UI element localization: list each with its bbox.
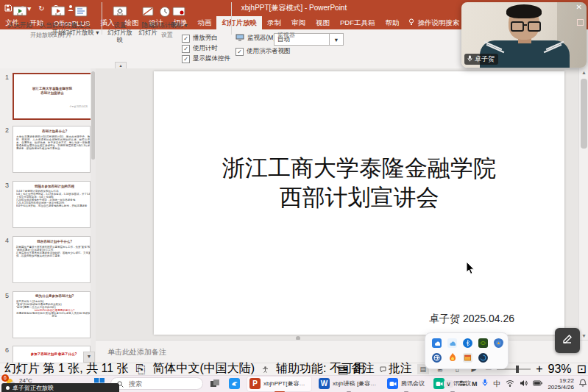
microphone-icon[interactable] [482,379,488,388]
scrollbar-thumb[interactable] [581,79,587,149]
slide-count-text: 幻灯片 第 1 张, 共 11 张 [4,361,129,377]
nvidia-settings-icon[interactable] [478,338,488,348]
slide-thumbnail-2[interactable]: 西部计划是什么? 大学生志愿服务西部计划(简称西部计划)，是由共青团中央、教育部… [13,126,91,173]
taskbar-word[interactable]: W xbjh讲稿 [兼容模式] [316,377,380,391]
editing-canvas: 浙江工商大学泰隆金融学院 西部计划宣讲会 卓子贺 2025.04.26 [96,68,578,340]
task-view-button[interactable] [208,377,222,391]
checkbox-presenter-view[interactable]: ✓使用演示者视图 [235,47,291,56]
tab-view[interactable]: 视图 [311,16,335,29]
tencent-meeting-icon [387,378,398,389]
mic-icon [467,55,472,63]
flame-icon[interactable] [447,353,457,363]
tell-me-search[interactable]: 操作说明搜索 [404,16,464,29]
thumbnail-scrollbar[interactable] [91,68,96,363]
tray-app-blue-icon[interactable] [432,338,442,348]
slide-number: 3 [5,182,9,189]
tab-review[interactable]: 审阅 [286,16,311,29]
tray-window-orange-icon[interactable] [463,353,472,363]
checkbox-icon: ✓ [182,55,190,63]
annotate-pen-button[interactable] [555,328,580,353]
battery-icon[interactable] [533,380,542,388]
tab-pdf-tools[interactable]: PDF工具箱 [335,16,380,29]
date-text: 2025/4/26 [548,384,574,391]
bird-app-button[interactable] [227,377,242,391]
checkbox-show-media-controls[interactable]: ✓显示媒体控件 [182,54,230,63]
taskbar-powerpoint[interactable]: P xbjhPPT[兼容模式] [247,376,312,392]
notes-pane[interactable]: 单击此处添加备注 [96,340,588,363]
zoom-slider-knob[interactable] [516,366,519,373]
fit-to-window-icon[interactable]: ⊡ [577,362,587,376]
close-icon[interactable]: ✕ [576,3,582,11]
notification-badge: 6 [1,374,9,382]
slide-editor[interactable]: 浙江工商大学泰隆金融学院 西部计划宣讲会 卓子贺 2025.04.26 [154,71,564,335]
slide-number: 5 [5,292,9,299]
tab-animations[interactable]: 动画 [192,16,216,29]
display-settings-icon[interactable]: ⎘ [136,363,146,376]
zoom-in-button[interactable]: + [536,363,542,376]
group-label-setup: 设置 [105,31,230,39]
notes-icon: ▤ [338,362,349,376]
vertical-scrollbar[interactable]: ▲ ▼ [578,68,588,340]
slide-thumbnail-5[interactable]: 我为什么要参加西部计划? 逃不开出路？(没有出路) “宣传”(补贴/保研等待遇优… [13,291,91,338]
slide-thumbnail-3[interactable]: 我报名参加西部计划的历程 3-4月了解西部计划的政策和往年情况 5月上旬在全国官… [13,181,91,228]
media-app-icon[interactable]: M [472,380,478,388]
sliders-icon[interactable] [458,379,467,388]
slide-number: 1 [5,74,9,81]
glasses-left-lens [511,21,524,32]
accessibility-icon [262,363,269,376]
screen: ↶ ▾ ↻ ▾ xbjhPPT[兼容模式] - PowerPoint ✕ 文件 … [0,0,588,392]
language-text[interactable]: 简体中文(中国大陆) [152,361,255,377]
slide-thumbnail-4[interactable]: 我在西部计划中干什么? 到新疆生产建设兵团某师市团委从事基层青年工作，负责“宣传… [13,236,91,283]
security-shield-icon[interactable] [494,338,503,348]
slide-credit-text[interactable]: 卓子贺 2025.04.26 [429,313,514,326]
checkbox-icon: ✓ [182,45,190,53]
taskbar-search[interactable] [110,377,203,390]
bird-app-icon [229,378,240,389]
notification-bell-icon[interactable] [579,379,587,388]
status-left: 幻灯片 第 1 张, 共 11 张 ⎘ 简体中文(中国大陆) 辅助功能: 不可用 [4,363,365,375]
slide-number: 2 [5,126,9,134]
tray-swirl-icon[interactable] [478,353,488,363]
tray-cloud-icon[interactable] [447,338,457,348]
tray-globe-icon[interactable] [432,353,442,363]
group-divider [231,2,232,35]
tray-expand-icon[interactable]: ∨ [444,380,453,388]
presenting-toast: 卓子贺正在放映 [1,383,119,392]
notes-toggle-button[interactable]: ▤备注 [338,361,375,377]
tab-slideshow[interactable]: 幻灯片放映 [216,16,262,29]
record-button[interactable]: 录制 ▾ [168,2,190,29]
glasses-right-lens [528,21,541,32]
slide-title[interactable]: 浙江工商大学泰隆金融学院 西部计划宣讲会 [154,154,564,213]
word-icon: W [319,378,330,389]
scroll-down-icon[interactable]: ▼ [579,333,588,338]
scroll-up-icon[interactable]: ▲ [579,68,588,75]
clock[interactable]: 19:22 2025/4/26 [548,377,574,391]
slide-thumbnail-1[interactable]: 浙江工商大学泰隆金融学院 西部计划宣讲会 卓子贺 2025.04.26 [13,73,92,120]
webcam-video-overlay[interactable]: 卓子贺 [461,2,587,68]
pen-icon [562,333,573,348]
bluetooth-icon[interactable] [463,338,472,348]
restore-icon[interactable] [577,19,584,26]
group-label-start: 开始放映幻灯片 [7,31,94,39]
ime-indicator[interactable]: 中 [493,379,500,389]
monitor-play-icon [0,2,40,20]
wifi-icon[interactable] [506,379,514,388]
slide-number: 4 [5,237,9,244]
search-input[interactable] [127,379,189,388]
notes-placeholder[interactable]: 单击此处添加备注 [107,347,166,357]
person-hair [506,4,542,18]
tab-help[interactable]: 帮助 [380,16,404,29]
tencent-meeting-teal-icon [433,378,444,389]
webcam-name-tag: 卓子贺 [464,54,498,65]
tab-record[interactable]: 录制 [262,16,286,29]
from-beginning-button[interactable]: 从头开始 [0,2,40,29]
zoom-level-text[interactable]: 93% [548,363,572,376]
checkbox-use-timings[interactable]: ✓使用计时 [182,44,218,53]
record-icon [168,2,190,20]
speaker-dot-icon [6,386,10,390]
lightbulb-icon [408,18,414,27]
taskbar-meeting-1[interactable]: 腾讯会议 [385,377,427,391]
comments-toggle-button[interactable]: 批注 [380,361,412,377]
taskbar-apps: P xbjhPPT[兼容模式] W xbjh讲稿 [兼容模式] 腾讯会议 腾讯会… [208,376,473,391]
speaker-icon[interactable] [520,379,528,388]
